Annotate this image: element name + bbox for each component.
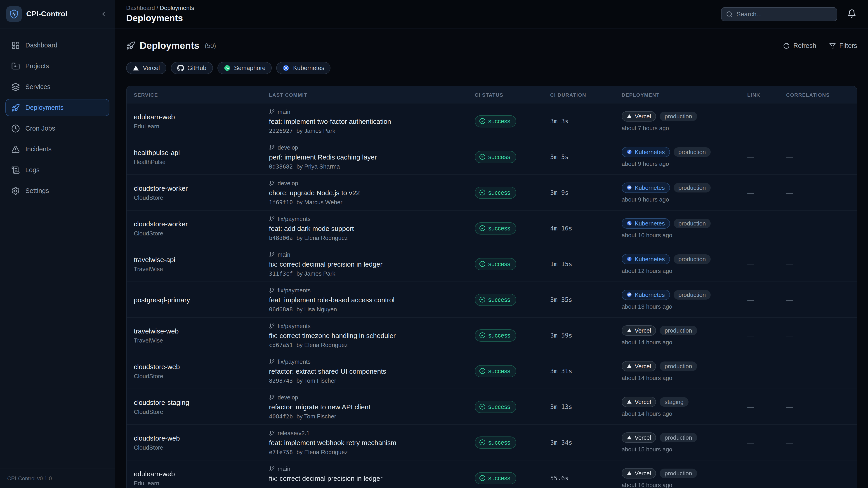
ci-status-cell: success — [475, 151, 550, 163]
ci-duration: 3m 31s — [550, 367, 622, 375]
filter-chip-kubernetes[interactable]: Kubernetes — [276, 62, 331, 74]
sidebar-item-services[interactable]: Services — [5, 78, 110, 95]
environment-badge: production — [673, 219, 711, 228]
filter-chip-vercel[interactable]: Vercel — [126, 62, 166, 74]
table-row[interactable]: edulearn-webEduLearnmainfeat: implement … — [127, 103, 857, 139]
commit-branch: develop — [269, 180, 475, 186]
status-badge: success — [475, 115, 516, 127]
service-cell: cloudstore-webCloudStore — [134, 434, 269, 451]
deployment-time: about 7 hours ago — [622, 125, 747, 131]
git-branch-icon — [269, 359, 275, 364]
sidebar-item-incidents[interactable]: Incidents — [5, 140, 110, 158]
table-row[interactable]: healthpulse-apiHealthPulsedevelopperf: i… — [127, 139, 857, 174]
correlations-cell: — — [786, 153, 849, 161]
deployment-time: about 15 hours ago — [622, 446, 747, 453]
git-branch-icon — [269, 466, 275, 471]
kubernetes-icon — [627, 185, 632, 190]
commit-cell: fix/paymentsfix: correct timezone handli… — [269, 322, 475, 348]
service-cell: healthpulse-apiHealthPulse — [134, 149, 269, 165]
check-circle-icon — [479, 154, 486, 160]
table-row[interactable]: edulearn-webEduLearnmainfix: correct dec… — [127, 460, 857, 488]
provider-badge: Kubernetes — [622, 218, 670, 228]
commit-meta: e7fe758by Elena Rodriguez — [269, 449, 475, 455]
check-circle-icon — [479, 225, 486, 231]
provider-badge: Vercel — [622, 468, 656, 478]
table-row[interactable]: travelwise-webTravelWisefix/paymentsfix:… — [127, 317, 857, 353]
service-cell: cloudstore-workerCloudStore — [134, 184, 269, 201]
search-icon — [726, 11, 733, 18]
table-row[interactable]: postgresql-primaryfix/paymentsfeat: impl… — [127, 282, 857, 317]
commit-hash: b48d00a — [269, 234, 293, 241]
breadcrumb-parent[interactable]: Dashboard — [126, 4, 155, 11]
kubernetes-icon — [627, 256, 632, 262]
provider-badge: Vercel — [622, 361, 656, 371]
environment-badge: production — [659, 326, 697, 335]
check-circle-icon — [479, 189, 486, 196]
sidebar-item-dashboard[interactable]: Dashboard — [5, 37, 110, 54]
commit-meta: 0d38682by Priya Sharma — [269, 163, 475, 170]
deployment-cell: Vercelproductionabout 14 hours ago — [622, 325, 747, 346]
column-header-ci-status: CI STATUS — [475, 92, 550, 97]
filter-chip-semaphore[interactable]: Semaphore — [217, 62, 272, 74]
commit-cell: mainfeat: implement two-factor authentic… — [269, 108, 475, 134]
dashboard-icon — [11, 41, 20, 50]
commit-hash: 06d68a8 — [269, 306, 293, 313]
deployment-time: about 16 hours ago — [622, 482, 747, 488]
sidebar-item-logs[interactable]: Logs — [5, 161, 110, 178]
service-team: CloudStore — [134, 408, 269, 415]
column-header-deployment: DEPLOYMENT — [622, 92, 747, 97]
ci-status-cell: success — [475, 186, 550, 199]
commit-message: fix: correct decimal precision in ledger — [269, 260, 475, 268]
ci-duration: 3m 59s — [550, 332, 622, 339]
provider-badge: Kubernetes — [622, 182, 670, 193]
section-header-right: Refresh Filters — [783, 42, 857, 49]
status-badge: success — [475, 222, 516, 234]
commit-message: perf: implement Redis caching layer — [269, 153, 475, 161]
table-row[interactable]: cloudstore-workerCloudStorefix/paymentsf… — [127, 210, 857, 246]
column-header-ci-duration: CI DURATION — [550, 92, 622, 97]
vercel-icon — [627, 328, 632, 333]
commit-hash: 311f3cf — [269, 270, 293, 277]
status-badge: success — [475, 293, 516, 306]
commit-branch: main — [269, 251, 475, 258]
kubernetes-icon — [283, 65, 289, 71]
table-row[interactable]: cloudstore-webCloudStorefix/paymentsrefa… — [127, 353, 857, 389]
ci-status-cell: success — [475, 400, 550, 413]
status-badge: success — [475, 258, 516, 270]
commit-author: by Priya Sharma — [296, 163, 340, 170]
commit-message: feat: add dark mode support — [269, 224, 475, 232]
table-row[interactable]: travelwise-apiTravelWisemainfix: correct… — [127, 246, 857, 282]
clock-icon — [11, 124, 20, 133]
table-row[interactable]: cloudstore-stagingCloudStoredeveloprefac… — [127, 389, 857, 424]
deployment-time: about 14 hours ago — [622, 375, 747, 381]
table-row[interactable]: cloudstore-workerCloudStoredevelopchore:… — [127, 174, 857, 210]
service-name: edulearn-web — [134, 113, 269, 121]
git-branch-icon — [269, 180, 275, 186]
commit-cell: developchore: upgrade Node.js to v221f69… — [269, 180, 475, 205]
deployment-cell: Vercelstagingabout 14 hours ago — [622, 396, 747, 417]
status-badge: success — [475, 400, 516, 413]
link-cell: — — [747, 474, 786, 482]
link-cell: — — [747, 296, 786, 303]
sidebar-header: CPI-Control — [0, 0, 115, 29]
sidebar-item-label: Dashboard — [25, 41, 57, 49]
refresh-button[interactable]: Refresh — [783, 42, 816, 49]
commit-message: fix: correct decimal precision in ledger — [269, 474, 475, 482]
sidebar-item-settings[interactable]: Settings — [5, 182, 110, 199]
chip-label: Kubernetes — [293, 65, 324, 71]
commit-cell: fix/paymentsrefactor: extract shared UI … — [269, 358, 475, 384]
deployment-cell: Kubernetesproductionabout 9 hours ago — [622, 182, 747, 203]
sidebar-collapse-button[interactable] — [98, 9, 108, 19]
environment-badge: production — [673, 183, 711, 192]
sidebar-item-deployments[interactable]: Deployments — [5, 99, 110, 116]
table-row[interactable]: cloudstore-webCloudStorerelease/v2.1feat… — [127, 424, 857, 460]
service-name: travelwise-api — [134, 256, 269, 263]
filters-button[interactable]: Filters — [829, 42, 857, 49]
search-input[interactable] — [737, 10, 832, 18]
notifications-bell-button[interactable] — [847, 9, 857, 19]
sidebar-item-cron-jobs[interactable]: Cron Jobs — [5, 120, 110, 137]
sidebar-item-projects[interactable]: Projects — [5, 57, 110, 74]
commit-hash: 2226927 — [269, 127, 293, 134]
link-cell: — — [747, 153, 786, 161]
filter-chip-github[interactable]: GitHub — [170, 62, 213, 74]
